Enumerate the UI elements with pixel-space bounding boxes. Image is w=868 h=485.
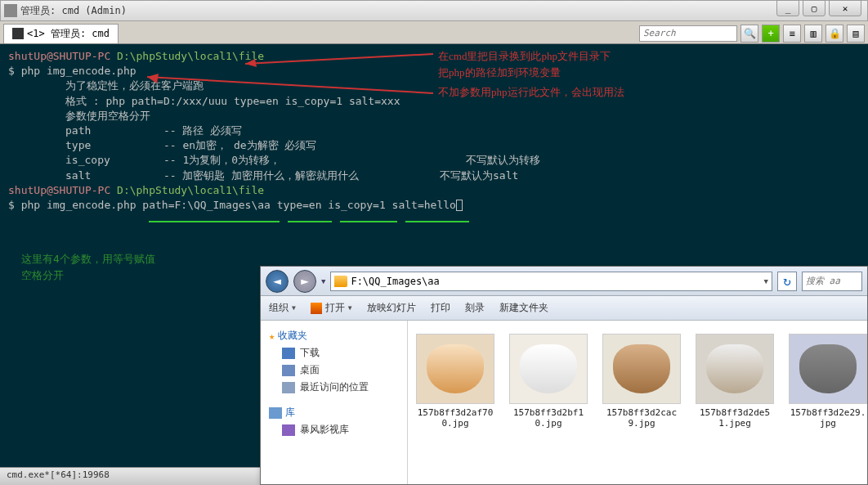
file-name: 157b8ff3d2cac9.jpg — [602, 407, 681, 429]
terminal-line: is_copy-- 1为复制，0为转移，不写默认为转移 — [8, 153, 860, 168]
lock-button[interactable]: 🔒 — [825, 25, 843, 43]
file-thumbnail[interactable]: 157b8ff3d2cac9.jpg — [602, 334, 681, 471]
burn-button[interactable]: 刻录 — [465, 301, 485, 315]
list-button[interactable]: ≡ — [783, 25, 801, 43]
annotation-text: 把php的路径加到环境变量 — [438, 65, 561, 80]
terminal-line: salt-- 加密钥匙 加密用什么，解密就用什么不写默认为salt — [8, 168, 860, 183]
slideshow-button[interactable]: 放映幻灯片 — [367, 301, 416, 315]
file-thumbnail[interactable]: 157b8ff3d2e29.jpg — [789, 334, 867, 471]
organize-menu[interactable]: 组织▼ — [269, 301, 296, 315]
underline — [340, 221, 397, 222]
print-button[interactable]: 打印 — [431, 301, 450, 315]
thumbnail-image — [696, 334, 774, 404]
window-controls: _ ▢ ✕ — [776, 0, 861, 16]
maximize-button[interactable]: ▢ — [803, 0, 825, 16]
terminal-line: $ php img_encode.php — [8, 64, 860, 79]
forward-button[interactable]: ► — [293, 270, 316, 293]
history-dropdown-icon[interactable]: ▼ — [321, 277, 325, 285]
terminal-line: shutUp@SHUTUP-PC D:\phpStudy\local1\file — [8, 49, 860, 64]
file-name: 157b8ff3d2af700.jpg — [416, 407, 494, 429]
thumbnail-image — [416, 334, 494, 404]
status-text: cmd.exe*[*64]:19968 — [7, 469, 110, 480]
explorer-navbar: ◄ ► ▼ F:\QQ_Images\aa ▼ ↻ — [261, 267, 867, 296]
address-bar[interactable]: F:\QQ_Images\aa ▼ — [330, 272, 772, 291]
recent-icon — [282, 382, 295, 393]
file-name: 157b8ff3d2de51.jpeg — [696, 407, 774, 429]
underline — [405, 221, 469, 222]
search-input[interactable] — [639, 25, 737, 42]
tab-cmd[interactable]: <1> 管理员: cmd — [3, 24, 119, 43]
terminal-line: 为了稳定性，必须在客户端跑 — [8, 79, 860, 93]
search-dropdown-button[interactable]: 🔍 — [740, 25, 758, 43]
explorer-window: ◄ ► ▼ F:\QQ_Images\aa ▼ ↻ 组织▼ 打开▼ 放映幻灯片 … — [260, 266, 868, 485]
file-name: 157b8ff3d2bf10.jpg — [509, 407, 588, 429]
underline — [288, 221, 332, 222]
file-thumbnail[interactable]: 157b8ff3d2af700.jpg — [416, 334, 494, 471]
terminal-icon — [12, 28, 24, 39]
annotation-text: 不加参数用php运行此文件，会出现用法 — [438, 85, 624, 100]
video-icon — [282, 424, 295, 436]
titlebar: 管理员: cmd (Admin) _ ▢ ✕ — [0, 0, 868, 21]
file-thumbnail[interactable]: 157b8ff3d2bf10.jpg — [509, 334, 588, 471]
sidebar-videolib[interactable]: 暴风影视库 — [264, 421, 404, 438]
minimize-button[interactable]: _ — [776, 0, 799, 16]
terminal-line: type-- en加密， de为解密 必须写 — [8, 138, 860, 153]
thumbnail-image — [509, 334, 588, 404]
terminal-line: 格式 : php path=D:/xxx/uuu type=en is_copy… — [8, 94, 860, 109]
terminal-line: path-- 路径 必须写 — [8, 123, 860, 138]
library-icon — [269, 407, 282, 419]
window-title: 管理员: cmd (Admin) — [20, 4, 127, 18]
thumbnail-image — [602, 334, 681, 404]
download-icon — [282, 348, 295, 359]
newfolder-button[interactable]: 新建文件夹 — [499, 301, 548, 315]
tab-label: <1> 管理员: cmd — [27, 27, 110, 41]
folder-icon — [334, 276, 347, 287]
annotation-text: 在cmd里把目录换到此php文件目录下 — [438, 49, 611, 64]
menu-button[interactable]: ▤ — [847, 25, 865, 43]
back-button[interactable]: ◄ — [266, 270, 289, 293]
explorer-body: ★收藏夹 下载 桌面 最近访问的位置 库 暴风影视库 157b8ff3d2af7… — [261, 321, 867, 484]
close-button[interactable]: ✕ — [829, 0, 861, 16]
app-icon — [4, 4, 17, 17]
terminal-line: 参数使用空格分开 — [8, 109, 860, 123]
tab-bar: <1> 管理员: cmd 🔍 + ≡ ▥ 🔒 ▤ — [0, 21, 868, 44]
address-dropdown-icon[interactable]: ▼ — [764, 277, 768, 285]
sidebar-libraries[interactable]: 库 — [264, 404, 404, 421]
explorer-search-input[interactable] — [802, 272, 862, 291]
terminal-line: $ php img_encode.php path=F:\QQ_Images\a… — [8, 198, 860, 213]
sidebar-favorites[interactable]: ★收藏夹 — [264, 327, 404, 344]
thumbnail-image — [789, 334, 867, 404]
sidebar-desktop[interactable]: 桌面 — [264, 362, 404, 379]
annotation-text: 这里有4个参数，用等号赋值 — [21, 252, 155, 267]
add-tab-button[interactable]: + — [762, 25, 780, 43]
cursor — [456, 200, 463, 211]
file-name: 157b8ff3d2e29.jpg — [789, 407, 867, 429]
annotation-text: 空格分开 — [21, 268, 64, 283]
explorer-toolbar: 组织▼ 打开▼ 放映幻灯片 打印 刻录 新建文件夹 — [261, 296, 867, 321]
sidebar-downloads[interactable]: 下载 — [264, 344, 404, 362]
toolbar-right: 🔍 + ≡ ▥ 🔒 ▤ — [639, 25, 865, 43]
open-menu[interactable]: 打开▼ — [311, 301, 352, 315]
underline — [149, 221, 280, 222]
sidebar-recent[interactable]: 最近访问的位置 — [264, 379, 404, 396]
file-thumbnail[interactable]: 157b8ff3d2de51.jpeg — [696, 334, 774, 471]
address-text: F:\QQ_Images\aa — [351, 276, 439, 287]
desktop-icon — [282, 365, 295, 376]
open-icon — [311, 303, 322, 314]
explorer-content[interactable]: 157b8ff3d2af700.jpg157b8ff3d2bf10.jpg157… — [408, 321, 867, 484]
terminal-line: shutUp@SHUTUP-PC D:\phpStudy\local1\file — [8, 183, 860, 198]
layout-button[interactable]: ▥ — [804, 25, 822, 43]
star-icon: ★ — [269, 330, 275, 342]
explorer-sidebar: ★收藏夹 下载 桌面 最近访问的位置 库 暴风影视库 — [261, 321, 408, 484]
refresh-button[interactable]: ↻ — [777, 272, 797, 291]
